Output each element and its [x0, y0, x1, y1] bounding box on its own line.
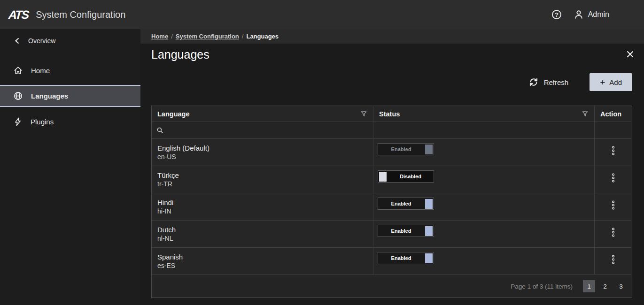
- column-header-language: Language: [152, 106, 373, 122]
- status-cell: Enabled: [373, 193, 595, 221]
- status-toggle-label: Enabled: [378, 255, 424, 261]
- sidebar-back-label: Overview: [28, 37, 55, 45]
- sidebar-back-overview[interactable]: Overview: [0, 31, 140, 51]
- close-panel-button[interactable]: [626, 50, 634, 58]
- lightning-icon: [13, 117, 23, 127]
- plus-icon: +: [600, 78, 605, 87]
- column-label: Language: [157, 110, 189, 118]
- help-button[interactable]: ?: [551, 9, 562, 20]
- table-row: Dutch nl-NL Enabled: [152, 221, 632, 248]
- filter-icon: [360, 110, 367, 117]
- pager-buttons: 123: [579, 280, 627, 292]
- table-row: Türkçe tr-TR Disabled: [152, 166, 632, 193]
- language-cell: Hindi hi-IN: [152, 193, 373, 221]
- action-cell: [595, 139, 631, 166]
- kebab-menu-icon: [611, 254, 615, 265]
- language-cell: Spanish es-ES: [152, 248, 373, 275]
- row-actions-menu-button[interactable]: [607, 171, 619, 185]
- search-icon: [156, 127, 164, 134]
- sidebar-item-label: Languages: [31, 92, 68, 100]
- table-row: English (Default) en-US Enabled: [152, 139, 632, 166]
- kebab-menu-icon: [611, 173, 615, 183]
- language-code: es-ES: [157, 262, 373, 269]
- sidebar-item-label: Plugins: [31, 118, 54, 126]
- page-summary: Page 1 of 3 (11 items): [511, 283, 573, 290]
- status-filter-cell[interactable]: [373, 122, 595, 139]
- language-code: hi-IN: [157, 207, 373, 215]
- app-logo: ATS: [8, 8, 29, 22]
- refresh-icon: [528, 77, 539, 87]
- status-toggle-label: Enabled: [378, 146, 424, 152]
- language-name: Dutch: [157, 226, 373, 234]
- close-icon: [626, 50, 634, 58]
- svg-text:?: ?: [555, 11, 559, 18]
- filter-row: [152, 122, 632, 139]
- language-search-input[interactable]: [168, 127, 368, 134]
- row-actions-menu-button[interactable]: [607, 252, 619, 267]
- status-toggle-handle: [425, 199, 433, 209]
- status-toggle-handle: [425, 145, 433, 154]
- status-filter-button[interactable]: [582, 110, 589, 117]
- language-search-cell[interactable]: [152, 122, 373, 139]
- sidebar-item-home[interactable]: Home: [0, 60, 140, 81]
- chevron-left-icon: [14, 37, 21, 45]
- status-cell: Enabled: [373, 221, 595, 248]
- status-toggle-handle: [379, 172, 387, 182]
- sidebar-item-plugins[interactable]: Plugins: [0, 111, 140, 132]
- column-label: Action: [600, 110, 621, 118]
- row-actions-menu-button[interactable]: [607, 225, 619, 239]
- language-code: en-US: [157, 153, 373, 160]
- status-toggle-label: Enabled: [378, 201, 424, 206]
- languages-table: Language Status: [151, 106, 632, 298]
- column-header-status: Status: [373, 106, 595, 122]
- breadcrumb-home[interactable]: Home: [151, 33, 168, 40]
- status-toggle[interactable]: Enabled: [378, 252, 434, 264]
- row-actions-menu-button[interactable]: [607, 198, 619, 212]
- language-filter-button[interactable]: [360, 110, 367, 117]
- help-icon: ?: [551, 9, 562, 20]
- user-icon: [574, 9, 584, 20]
- breadcrumb-system-configuration[interactable]: System Configuration: [176, 33, 239, 40]
- status-toggle[interactable]: Disabled: [378, 170, 434, 183]
- status-toggle: Enabled: [378, 143, 434, 155]
- table-row: Spanish es-ES Enabled: [152, 248, 632, 275]
- breadcrumb-current: Languages: [246, 33, 279, 40]
- table-row: Hindi hi-IN Enabled: [152, 193, 632, 221]
- language-cell: Türkçe tr-TR: [152, 166, 373, 193]
- column-header-action: Action: [595, 106, 631, 122]
- page-button-1[interactable]: 1: [583, 280, 595, 292]
- table-toolbar: Refresh + Add: [528, 73, 632, 91]
- language-name: Türkçe: [157, 171, 373, 179]
- globe-icon: [13, 91, 23, 101]
- action-cell: [595, 166, 631, 193]
- language-name: Hindi: [157, 198, 373, 206]
- pagination: Page 1 of 3 (11 items) 123: [152, 275, 632, 297]
- action-cell: [595, 193, 631, 221]
- status-cell: Disabled: [373, 166, 595, 193]
- page-button-2[interactable]: 2: [599, 280, 611, 292]
- column-label: Status: [379, 110, 400, 118]
- status-toggle[interactable]: Enabled: [378, 198, 434, 210]
- sidebar: Overview Home Languages: [0, 29, 140, 305]
- action-filter-cell: [595, 122, 631, 139]
- home-icon: [13, 66, 23, 76]
- user-name: Admin: [588, 10, 609, 19]
- refresh-label: Refresh: [544, 78, 569, 86]
- row-actions-menu-button[interactable]: [607, 144, 619, 158]
- status-cell: Enabled: [373, 248, 595, 275]
- user-menu-button[interactable]: Admin: [574, 9, 609, 20]
- status-cell: Enabled: [373, 139, 595, 166]
- refresh-button[interactable]: Refresh: [528, 77, 569, 87]
- add-label: Add: [609, 78, 622, 86]
- page-button-3[interactable]: 3: [615, 280, 627, 292]
- breadcrumb-separator: /: [242, 33, 244, 40]
- sidebar-item-languages[interactable]: Languages: [0, 85, 140, 107]
- language-name: English (Default): [157, 144, 373, 152]
- add-button[interactable]: + Add: [590, 73, 632, 91]
- main-panel: Languages Refresh + Add: [140, 44, 644, 305]
- breadcrumb: Home / System Configuration / Languages: [140, 29, 644, 44]
- status-toggle[interactable]: Enabled: [378, 225, 434, 237]
- action-cell: [595, 248, 631, 275]
- action-cell: [595, 221, 631, 248]
- table-body: English (Default) en-US Enabled: [152, 139, 632, 275]
